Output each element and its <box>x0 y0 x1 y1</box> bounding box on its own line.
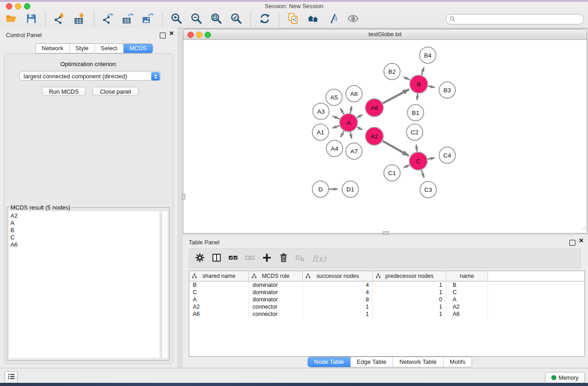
criterion-dropdown[interactable]: largest connected component (directed) <box>19 71 161 81</box>
edge-B-B3[interactable] <box>428 86 435 87</box>
graph-node-A[interactable]: A <box>339 114 358 132</box>
edge-A2-C[interactable] <box>382 141 409 156</box>
graph-node-B3[interactable]: B3 <box>439 82 455 98</box>
table-cell[interactable]: dominator <box>249 296 303 303</box>
table-cell[interactable]: 1 <box>373 281 446 289</box>
edge-A6-B[interactable] <box>383 89 409 103</box>
graph-node-C2[interactable]: C2 <box>406 124 423 140</box>
clone-network-button[interactable] <box>283 11 303 28</box>
close-table-panel-icon[interactable]: × <box>579 237 583 244</box>
show-panels-button[interactable] <box>5 371 18 384</box>
delete-column-button[interactable] <box>277 252 290 265</box>
graph-node-A7[interactable]: A7 <box>346 143 362 159</box>
mcds-result-item[interactable]: C <box>9 234 159 241</box>
table-cell[interactable]: A2 <box>189 303 249 310</box>
column-header-MCDS-role[interactable]: MCDS role <box>249 271 303 281</box>
close-panel-icon[interactable]: × <box>169 29 174 37</box>
network-canvas[interactable]: B4B2BB3A8A5A6A3B1AA1C2A2A4A7C4CC1C3DD1 <box>183 40 587 233</box>
graph-node-B4[interactable]: B4 <box>420 47 436 63</box>
tab-mcds[interactable]: MCDS <box>123 44 153 53</box>
run-mcds-button[interactable]: Run MCDS <box>42 87 86 96</box>
table-row[interactable]: Adominator80A <box>189 296 584 303</box>
close-panel-button[interactable]: Close panel <box>92 87 139 96</box>
mcds-result-item[interactable]: A <box>9 219 159 227</box>
graph-node-A5[interactable]: A5 <box>326 89 342 105</box>
hide-details-button[interactable] <box>323 11 343 28</box>
edge-A-A3[interactable] <box>333 116 340 119</box>
add-column-button[interactable] <box>260 252 273 265</box>
column-view-button[interactable] <box>210 252 223 265</box>
refresh-button[interactable] <box>255 11 275 28</box>
edge-C-C2[interactable] <box>416 145 417 152</box>
table-cell[interactable]: 4 <box>303 281 373 289</box>
tab-network[interactable]: Network <box>36 44 69 53</box>
edge-A-A2[interactable] <box>357 127 363 130</box>
table-cell[interactable]: 1 <box>373 303 446 310</box>
tab-node-table[interactable]: Node Table <box>308 357 350 367</box>
column-header-successor-nodes[interactable]: successor nodes <box>303 271 373 281</box>
table-cell[interactable]: A6 <box>446 310 488 318</box>
save-session-button[interactable] <box>21 11 41 28</box>
mcds-result-item[interactable]: A2 <box>9 212 159 219</box>
edge-B-B4[interactable] <box>421 67 424 75</box>
network-window-titlebar[interactable]: testGlobe.txt <box>183 29 587 40</box>
unselect-all-columns-button[interactable] <box>243 252 257 265</box>
table-cell[interactable]: 0 <box>373 296 446 303</box>
network-graph[interactable]: B4B2BB3A8A5A6A3B1AA1C2A2A4A7C4CC1C3DD1 <box>183 40 587 234</box>
table-cell[interactable]: A2 <box>446 303 488 310</box>
zoom-out-button[interactable] <box>186 11 206 28</box>
memory-button[interactable]: Memory <box>545 372 585 383</box>
edge-A-A8[interactable] <box>350 106 352 114</box>
search-input[interactable] <box>457 15 583 24</box>
graph-node-A1[interactable]: A1 <box>312 124 329 140</box>
table-cell[interactable]: dominator <box>249 289 303 296</box>
float-table-panel-icon[interactable] <box>569 240 575 246</box>
table-cell[interactable]: connector <box>249 303 303 310</box>
show-details-button[interactable] <box>343 11 363 28</box>
edge-A-A4[interactable] <box>340 131 344 137</box>
table-cell[interactable]: C <box>189 289 249 296</box>
table-cell[interactable]: 1 <box>373 289 446 296</box>
graph-node-A6[interactable]: A6 <box>365 99 383 117</box>
table-row[interactable]: Bdominator41B <box>189 281 584 289</box>
mcds-result-item[interactable]: A6 <box>9 241 159 248</box>
zoom-in-button[interactable] <box>167 11 186 28</box>
export-table-button[interactable] <box>118 11 138 28</box>
mcds-list-scrollbar[interactable] <box>161 211 167 358</box>
table-row[interactable]: A2connector11A2 <box>189 303 584 310</box>
edge-B-B2[interactable] <box>403 77 410 80</box>
edge-A-A6[interactable] <box>357 114 363 118</box>
graph-node-A8[interactable]: A8 <box>346 86 362 102</box>
edge-A-A1[interactable] <box>333 126 340 128</box>
graph-node-B1[interactable]: B1 <box>407 105 424 121</box>
table-cell[interactable]: B <box>446 281 488 289</box>
left-edge-handle[interactable] <box>182 194 185 200</box>
table-cell[interactable]: 1 <box>303 303 373 310</box>
column-header-predecessor-nodes[interactable]: predecessor nodes <box>373 271 446 281</box>
table-settings-button[interactable] <box>193 252 206 265</box>
graph-node-B2[interactable]: B2 <box>384 63 400 80</box>
import-network-button[interactable] <box>50 11 70 28</box>
table-cell[interactable]: 4 <box>303 289 373 296</box>
search-field[interactable] <box>446 14 584 24</box>
resize-grip-icon[interactable] <box>580 224 586 233</box>
graph-node-A4[interactable]: A4 <box>326 140 343 157</box>
table-cell[interactable]: 8 <box>303 296 373 303</box>
edge-C-C3[interactable] <box>421 170 424 178</box>
table-cell[interactable]: A <box>446 296 488 303</box>
table-cell[interactable]: B <box>189 281 249 289</box>
tab-edge-table[interactable]: Edge Table <box>350 357 393 367</box>
edge-B-B1[interactable] <box>417 94 418 100</box>
tab-motifs[interactable]: Motifs <box>443 357 472 367</box>
table-cell[interactable]: C <box>446 289 488 296</box>
graph-node-D1[interactable]: D1 <box>342 181 359 197</box>
table-cell[interactable]: 1 <box>373 310 446 318</box>
graph-node-A2[interactable]: A2 <box>365 127 383 145</box>
edge-C-C1[interactable] <box>404 165 410 168</box>
table-cell[interactable]: A6 <box>189 310 249 318</box>
tab-style[interactable]: Style <box>69 44 95 53</box>
export-network-button[interactable] <box>98 11 118 28</box>
bottom-edge-handle[interactable] <box>383 231 389 234</box>
table-cell[interactable]: 1 <box>303 310 373 318</box>
table-cell[interactable]: dominator <box>249 281 303 289</box>
